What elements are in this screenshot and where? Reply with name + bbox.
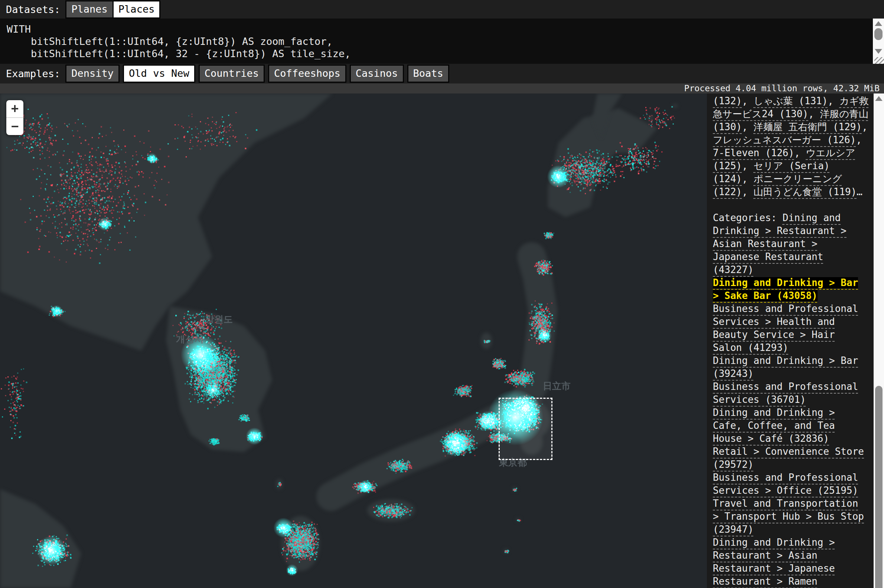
map-place-label: 개성시	[176, 333, 204, 345]
brand-counts-list: (132), しゃぶ葉 (131), カギ救急サービス24 (130), 洋服の…	[713, 94, 869, 198]
example-button-casinos[interactable]: Casinos	[350, 64, 404, 83]
category-link[interactable]: Business and Professional Services (3670…	[713, 381, 858, 405]
example-button-old-vs-new[interactable]: Old vs New	[123, 64, 195, 83]
dataset-button-places[interactable]: Places	[113, 0, 161, 18]
brand-link[interactable]: フレッシュネスバーガー (126)	[713, 134, 856, 146]
example-button-density[interactable]: Density	[65, 64, 120, 83]
category-link[interactable]: Travel and Transportation > Transport Hu…	[713, 498, 864, 535]
brand-link[interactable]: 洋麺屋 五右衛門 (129)	[754, 121, 862, 132]
map-place-label: 강원도	[205, 313, 233, 326]
example-button-group: DensityOld vs NewCountriesCoffeeshopsCas…	[65, 64, 449, 83]
examples-bar: Examples: DensityOld vs NewCountriesCoff…	[0, 64, 884, 84]
sidebar-scrollbar-thumb[interactable]	[875, 386, 882, 588]
scroll-down-icon[interactable]	[875, 49, 882, 54]
zoom-out-button[interactable]: −	[6, 117, 23, 135]
map-canvas[interactable]	[0, 93, 707, 588]
map[interactable]: 日立市東京都강원도개성시 + −	[0, 93, 707, 588]
example-button-boats[interactable]: Boats	[407, 64, 449, 83]
datasets-label: Datasets:	[6, 4, 60, 15]
editor-scrollbar-thumb[interactable]	[874, 28, 882, 40]
main-area: 日立市東京都강원도개성시 + − (132), しゃぶ葉 (131), カギ救急…	[0, 93, 884, 588]
map-place-label: 日立市	[543, 380, 571, 392]
example-button-coffeeshops[interactable]: Coffeeshops	[268, 64, 346, 83]
dataset-button-planes[interactable]: Planes	[65, 0, 114, 18]
example-button-countries[interactable]: Countries	[198, 64, 265, 83]
sidebar-scrollbar[interactable]	[873, 93, 884, 588]
scroll-up-icon[interactable]	[875, 21, 882, 26]
category-link[interactable]: Dining and Drinking > Restaurant > Asian…	[713, 537, 835, 588]
brand-link[interactable]: 山田うどん食堂 (119)	[754, 186, 857, 197]
query-text[interactable]: WITH bitShiftLeft(1::UInt64, {z:UInt8}) …	[0, 18, 884, 60]
query-editor[interactable]: WITH bitShiftLeft(1::UInt64, {z:UInt8}) …	[0, 18, 884, 64]
category-link[interactable]: Business and Professional Services > Hea…	[713, 303, 858, 353]
app-window: Datasets: PlanesPlaces WITH bitShiftLeft…	[0, 0, 884, 588]
category-link-selected[interactable]: Dining and Drinking > Bar > Sake Bar (43…	[713, 277, 858, 301]
category-link[interactable]: Dining and Drinking > Cafe, Coffee, and …	[713, 407, 835, 444]
category-link[interactable]: Dining and Drinking > Bar (39243)	[713, 355, 858, 379]
examples-label: Examples:	[6, 68, 60, 80]
editor-scrollbar[interactable]	[873, 18, 884, 56]
scroll-up-icon[interactable]	[875, 96, 882, 101]
dataset-button-group: PlanesPlaces	[65, 0, 160, 18]
results-panel: (132), しゃぶ葉 (131), カギ救急サービス24 (130), 洋服の…	[707, 93, 884, 588]
map-selection-box[interactable]	[499, 398, 552, 460]
status-bar: Processed 4.04 million rows, 42.32 MiB	[0, 84, 884, 93]
brand-link[interactable]: しゃぶ葉 (131)	[754, 95, 828, 106]
zoom-in-button[interactable]: +	[6, 100, 23, 117]
category-counts-list: Categories: Dining and Drinking > Restau…	[713, 212, 869, 588]
map-zoom-control: + −	[6, 100, 23, 135]
category-link[interactable]: Retail > Convenience Store (29572)	[713, 446, 864, 470]
processed-rows-text: Processed 4.04 million rows, 42.32 MiB	[684, 84, 879, 93]
brand-link[interactable]: (132)	[713, 95, 742, 106]
brand-link[interactable]: 7-Eleven (126)	[713, 147, 794, 158]
resize-grip-icon[interactable]	[873, 56, 884, 64]
categories-label: Categories:	[713, 212, 783, 224]
datasets-bar: Datasets: PlanesPlaces	[0, 0, 884, 18]
category-link[interactable]: Business and Professional Services > Off…	[713, 472, 858, 496]
